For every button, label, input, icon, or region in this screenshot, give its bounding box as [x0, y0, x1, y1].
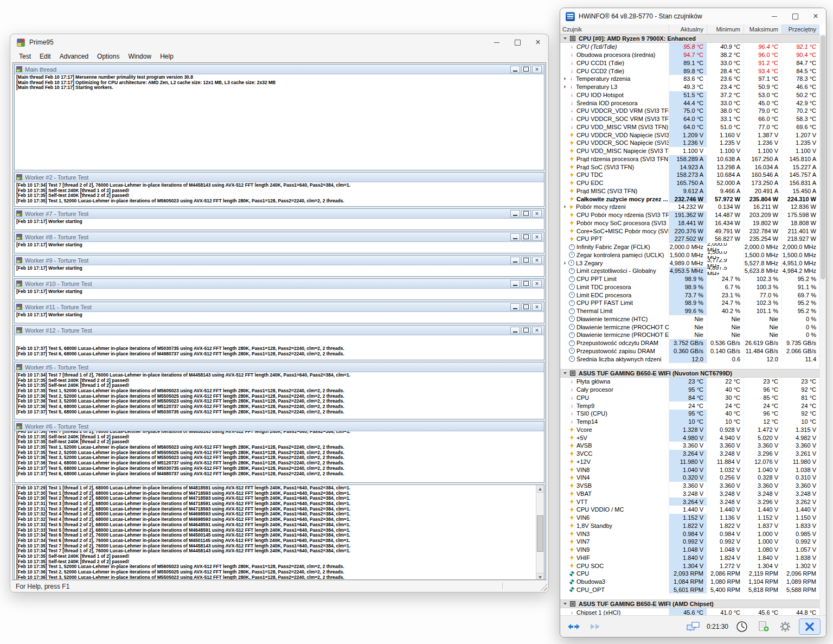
- sensor-row[interactable]: Przepustowość odczytu DRAM3.752 GB/s0.53…: [560, 339, 819, 347]
- sensor-row[interactable]: VTT3.264 V3.248 V3.296 V3.262 V: [560, 498, 819, 506]
- sensor-row[interactable]: Limit TDC procesora98.9 %6.7 %100.3 %91.…: [560, 283, 819, 291]
- resize-grip[interactable]: [540, 584, 547, 591]
- sensor-row[interactable]: CPU_OPT5,601 RPM5,400 RPM5,818 RPM5,588 …: [560, 586, 819, 594]
- sensor-row[interactable]: CPU TDC158.273 A10.684 A160.546 A145.757…: [560, 171, 819, 179]
- sensor-row[interactable]: Dławienie termiczne (HTC)NieNieNie0 %: [560, 315, 819, 323]
- expand-icon[interactable]: [564, 205, 566, 208]
- close-icon[interactable]: [805, 8, 826, 24]
- sensor-row[interactable]: CPU IOD Hotspot51.5 °C37.2 °C53.0 °C50.2…: [560, 91, 819, 99]
- sensor-row[interactable]: CPU VDDIO / MC1.440 V1.440 V1.440 V1.440…: [560, 506, 819, 514]
- mdi-window-titlebar[interactable]: Worker #8 - Torture Test: [15, 232, 544, 242]
- sensor-row[interactable]: CPU VDDCR_SOC VRM (SVI3 TFN)64.0 °C33.1 …: [560, 115, 819, 123]
- sensor-row[interactable]: Prąd MISC (SVI3 TFN)9.612 A9.466 A20.491…: [560, 187, 819, 195]
- sensor-row[interactable]: Średnia liczba aktywnych rdzeni12.00.612…: [560, 355, 819, 363]
- sensor-row[interactable]: CPU PPT Limit98.9 %24.7 %102.3 %95.2 %: [560, 275, 819, 283]
- sensor-row[interactable]: Pobór mocy rdzeni14.232 W0.134 W16.211 W…: [560, 203, 819, 211]
- close-icon[interactable]: [528, 34, 548, 50]
- column-header-current[interactable]: Aktualny: [669, 24, 707, 34]
- sensor-row[interactable]: CPU EDC165.750 A52.000 A173.250 A156.831…: [560, 179, 819, 187]
- sensor-row[interactable]: Cały procesor95 °C40 °C96 °C92 °C: [560, 386, 819, 394]
- maximize-icon[interactable]: [785, 8, 805, 24]
- sensor-row[interactable]: +5V4.980 V4.940 V5.020 V4.982 V: [560, 433, 819, 442]
- sensor-row[interactable]: Obudowa31,084 RPM1,080 RPM1,104 RPM1,089…: [560, 578, 819, 586]
- sensor-row[interactable]: CPU (Tctl/Tdie)95.8 °C40.9 °C96.4 °C92.1…: [560, 43, 819, 51]
- sensor-row[interactable]: Temperatury rdzenia83.6 °C23.6 °C97.1 °C…: [560, 75, 819, 83]
- sensor-row[interactable]: CPU2,093 RPM2,086 RPM2,119 RPM2,096 RPM: [560, 570, 819, 578]
- restore-icon[interactable]: [521, 66, 531, 73]
- report-button[interactable]: [755, 619, 772, 634]
- mdi-window-titlebar[interactable]: Worker #2 - Torture Test: [15, 173, 544, 182]
- scroll-up-icon[interactable]: [536, 485, 544, 493]
- sensor-row[interactable]: VIN40.320 V0.256 V0.328 V0.310 V: [560, 474, 819, 482]
- sensor-row[interactable]: Infinity Fabric Zegar (FCLK)2,000.0 MHz2…: [560, 243, 819, 251]
- restore-icon[interactable]: [521, 257, 531, 264]
- sensor-row[interactable]: CPU Pobór mocy rdzenia (SVI3 TFN)191.362…: [560, 211, 819, 219]
- expand-icon[interactable]: [564, 77, 566, 80]
- menu-item-window[interactable]: Window: [124, 52, 156, 61]
- sensor-row[interactable]: Dławienie termiczne (PROCHOT CP...NieNie…: [560, 323, 819, 331]
- minimize-icon[interactable]: [510, 210, 520, 218]
- sensor-row[interactable]: CPU CCD1 (Tdie)89.1 °C33.0 °C91.2 °C84.7…: [560, 59, 819, 67]
- minimize-icon[interactable]: [510, 66, 520, 73]
- column-header-sensor[interactable]: Czujnik: [560, 24, 669, 34]
- sensor-row[interactable]: Thermal Limit99.6 %40.2 %101.1 %95.2 %: [560, 307, 819, 315]
- collapse-icon[interactable]: [563, 603, 567, 605]
- minimize-icon[interactable]: [486, 34, 507, 50]
- column-header-average[interactable]: Przeciętny: [781, 24, 819, 34]
- sensor-row[interactable]: Dławienie termiczne (PROCHOT EXT)NieNieN…: [560, 331, 819, 339]
- sensor-row[interactable]: TSI0 (CPU)95 °C40 °C96 °C92 °C: [560, 410, 819, 418]
- sensor-row[interactable]: CPU VDD_MISC VRM (SVI3 TFN)64.0 °C51.0 °…: [560, 123, 819, 131]
- sensor-row[interactable]: L3 Zegary4,989.0 MHz3,772.9 MHz5,527.8 M…: [560, 259, 819, 267]
- close-sensors-button[interactable]: [799, 619, 821, 635]
- restore-icon[interactable]: [521, 327, 531, 334]
- sensor-row[interactable]: CPU CCD2 (Tdie)89.8 °C28.4 °C93.4 °C84.5…: [560, 67, 819, 75]
- sensor-row[interactable]: Chipset 1 (xHCI)45.6 °C41.0 °C45.6 °C44.…: [560, 608, 819, 615]
- minimize-icon[interactable]: [764, 8, 785, 24]
- mdi-window-titlebar[interactable]: Worker #7 - Torture Test: [15, 209, 544, 219]
- mdi-window-titlebar[interactable]: Worker #12 - Torture Test: [15, 326, 544, 335]
- menu-item-test[interactable]: Test: [15, 52, 35, 61]
- restore-icon[interactable]: [521, 303, 531, 311]
- mdi-window-titlebar[interactable]: Worker #6 - Torture Test: [15, 422, 544, 431]
- sensor-row[interactable]: CPU VDDCR_VDD Napięcie (SVI3 ...1.209 V1…: [560, 131, 819, 139]
- sensor-row[interactable]: Średnia IOD procesora44.4 °C33.0 °C45.0 …: [560, 99, 819, 107]
- sensor-row[interactable]: Pobór mocy SoC procesora (SVI3 ...18.441…: [560, 219, 819, 227]
- sensor-row[interactable]: VIN91.048 V1.048 V1.080 V1.057 V: [560, 546, 819, 554]
- sensor-row[interactable]: 1,8V Standby1.822 V1.822 V1.837 V1.833 V: [560, 522, 819, 530]
- sensor-row[interactable]: Całkowite zużycie mocy przez ...232.746 …: [560, 195, 819, 203]
- sensor-row[interactable]: 3VSB3.360 V3.360 V3.360 V3.360 V: [560, 482, 819, 490]
- sensor-row[interactable]: Temp1410 °C10 °C12 °C10 °C: [560, 418, 819, 426]
- sensor-scrollbar[interactable]: [819, 34, 826, 615]
- sensor-row[interactable]: CPU SOC1.304 V1.272 V1.304 V1.302 V: [560, 562, 819, 570]
- sensor-row[interactable]: VHIF1.840 V1.824 V1.840 V1.838 V: [560, 554, 819, 562]
- minimize-icon[interactable]: [510, 257, 520, 264]
- close-icon[interactable]: [532, 303, 542, 311]
- expand-icon[interactable]: [564, 262, 566, 265]
- minimize-icon[interactable]: [510, 327, 520, 334]
- sensor-row[interactable]: VBAT3.248 V3.248 V3.248 V3.248 V: [560, 490, 819, 498]
- sensor-section-header[interactable]: ASUS TUF GAMING B650-E WIFI (Nuvoton NCT…: [560, 369, 819, 378]
- mdi-window-titlebar[interactable]: Worker #5 - Torture Test: [15, 362, 544, 372]
- sensor-row[interactable]: Limit częstotliwości - Globalny4,953.5 M…: [560, 267, 819, 275]
- minimize-icon[interactable]: [510, 233, 520, 241]
- mdi-window-titlebar[interactable]: Main thread: [15, 65, 544, 74]
- remote-monitoring-button[interactable]: [685, 619, 701, 634]
- mdi-window-titlebar[interactable]: Worker #11 - Torture Test: [15, 302, 544, 312]
- sensor-row[interactable]: VIN70.992 V0.992 V1.000 V0.992 V: [560, 538, 819, 546]
- expand-icon[interactable]: [564, 85, 566, 88]
- sensor-row[interactable]: CPU VDDCR_VDD VRM (SVI3 TFN)75.0 °C38.0 …: [560, 107, 819, 115]
- sensor-row[interactable]: Płyta główna23 °C22 °C23 °C23 °C: [560, 378, 819, 386]
- restore-icon[interactable]: [521, 233, 531, 241]
- column-header-maximum[interactable]: Maksimum: [744, 24, 781, 34]
- menu-item-options[interactable]: Options: [93, 52, 124, 61]
- sensor-row[interactable]: CPU84 °C30 °C85 °C81 °C: [560, 394, 819, 402]
- sensor-section-header[interactable]: CPU [#0]: AMD Ryzen 9 7900X: Enhanced: [560, 34, 819, 43]
- close-icon[interactable]: [532, 233, 542, 241]
- sensor-row[interactable]: Vcore1.328 V0.928 V1.472 V1.315 V: [560, 426, 819, 434]
- collapse-icon[interactable]: [563, 372, 567, 374]
- mdi-window-titlebar[interactable]: Worker #10 - Torture Test: [15, 279, 544, 289]
- minimize-icon[interactable]: [510, 280, 520, 288]
- restore-icon[interactable]: [521, 210, 531, 218]
- sensor-row[interactable]: 3VCC3.264 V3.248 V3.296 V3.261 V: [560, 450, 819, 458]
- sensor-row[interactable]: VIN81.040 V1.032 V1.040 V1.038 V: [560, 466, 819, 474]
